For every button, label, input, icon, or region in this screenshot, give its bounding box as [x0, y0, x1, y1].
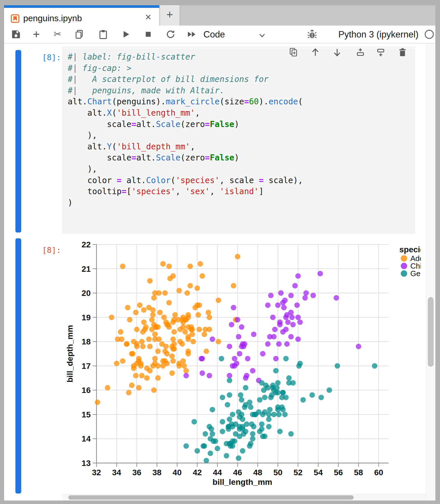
- code-line: color = alt.Color('species', scale = sca…: [68, 175, 303, 186]
- code-content[interactable]: #| label: fig-bill-scatter#| fig-cap: >#…: [68, 51, 303, 208]
- vertical-scrollbar-thumb[interactable]: [428, 297, 434, 367]
- add-cell-icon[interactable]: [31, 29, 42, 40]
- code-line: #| penguins, made with Altair.: [68, 85, 303, 96]
- svg-text:21: 21: [82, 264, 91, 274]
- move-down-icon[interactable]: [332, 47, 342, 57]
- stop-icon[interactable]: [143, 29, 153, 40]
- svg-text:34: 34: [112, 468, 121, 477]
- debugger-bug-icon[interactable]: [307, 29, 317, 40]
- svg-text:60: 60: [374, 468, 383, 477]
- insert-above-icon[interactable]: [355, 47, 365, 57]
- new-tab-button[interactable]: +: [160, 5, 179, 26]
- code-line: scale=alt.Scale(zero=False): [68, 152, 303, 164]
- svg-text:38: 38: [152, 468, 161, 477]
- notebook-file-icon: [10, 14, 20, 23]
- svg-text:✂: ✂: [54, 29, 61, 39]
- move-up-icon[interactable]: [310, 47, 320, 57]
- save-icon[interactable]: [11, 29, 21, 40]
- tab-close-icon[interactable]: ×: [143, 11, 153, 23]
- svg-text:14: 14: [82, 434, 91, 443]
- svg-text:50: 50: [273, 468, 282, 477]
- cut-icon[interactable]: ✂: [52, 29, 63, 40]
- svg-text:15: 15: [82, 410, 91, 419]
- svg-text:13: 13: [82, 459, 91, 468]
- svg-text:18: 18: [82, 337, 91, 346]
- code-line: #| A scatterplot of bill dimensions for: [68, 74, 303, 85]
- code-line: alt.Y('bill_depth_mm',: [68, 141, 303, 153]
- svg-text:16: 16: [82, 386, 91, 395]
- svg-text:40: 40: [173, 468, 182, 477]
- code-line: alt.Chart(penguins).mark_circle(size=60)…: [68, 96, 303, 108]
- scatter-chart: 3234363840424446485052545658601314151617…: [67, 240, 421, 494]
- code-line: alt.X('bill_length_mm',: [68, 108, 303, 119]
- code-line: #| label: fig-bill-scatter: [68, 51, 303, 63]
- svg-text:58: 58: [354, 468, 363, 477]
- svg-text:species: species: [399, 245, 421, 254]
- code-line: ),: [68, 164, 303, 175]
- svg-text:17: 17: [82, 362, 91, 371]
- restart-icon[interactable]: [165, 29, 176, 40]
- notebook-window: penguins.ipynb × + ✂ Code Python 3 (ipyk…: [0, 0, 440, 504]
- svg-text:bill_depth_mm: bill_depth_mm: [67, 325, 74, 383]
- duplicate-cell-icon[interactable]: [289, 47, 298, 57]
- svg-text:bill_length_mm: bill_length_mm: [212, 478, 272, 487]
- run-icon[interactable]: [120, 29, 131, 40]
- svg-text:Gentoo: Gentoo: [410, 269, 421, 278]
- copy-icon[interactable]: [74, 29, 85, 40]
- svg-text:44: 44: [213, 468, 222, 477]
- vertical-scrollbar-track[interactable]: [426, 44, 435, 501]
- code-line: ): [68, 197, 303, 209]
- svg-text:36: 36: [132, 468, 141, 477]
- paste-icon[interactable]: [98, 29, 108, 40]
- kernel-status-icon: [424, 29, 434, 40]
- fast-forward-icon[interactable]: [187, 29, 197, 40]
- svg-text:20: 20: [82, 289, 91, 298]
- svg-text:19: 19: [82, 313, 91, 322]
- svg-text:56: 56: [334, 468, 343, 477]
- cell-type-dropdown[interactable]: Code: [203, 29, 225, 40]
- code-line: scale=alt.Scale(zero=False): [68, 119, 303, 130]
- output-cell-indicator[interactable]: [15, 238, 21, 494]
- code-line: #| fig-cap: >: [68, 63, 303, 74]
- insert-below-icon[interactable]: [376, 47, 386, 57]
- delete-cell-icon[interactable]: [398, 47, 407, 57]
- input-prompt: [8]:: [28, 53, 61, 62]
- svg-text:22: 22: [82, 240, 91, 249]
- horizontal-scrollbar-thumb[interactable]: [68, 495, 354, 500]
- code-line: ),: [68, 130, 303, 141]
- active-cell-indicator[interactable]: [15, 50, 21, 233]
- code-line: tooltip=['species', 'sex', 'island']: [68, 186, 303, 197]
- svg-text:52: 52: [294, 468, 303, 477]
- kernel-name[interactable]: Python 3 (ipykernel): [320, 29, 418, 40]
- svg-text:32: 32: [92, 468, 101, 477]
- chevron-down-icon[interactable]: [257, 30, 267, 41]
- tab-title: penguins.ipynb: [23, 13, 82, 23]
- output-prompt: [8]:: [28, 246, 61, 255]
- svg-text:46: 46: [233, 468, 242, 477]
- svg-text:42: 42: [193, 468, 202, 477]
- svg-text:54: 54: [314, 468, 323, 477]
- svg-text:48: 48: [253, 468, 262, 477]
